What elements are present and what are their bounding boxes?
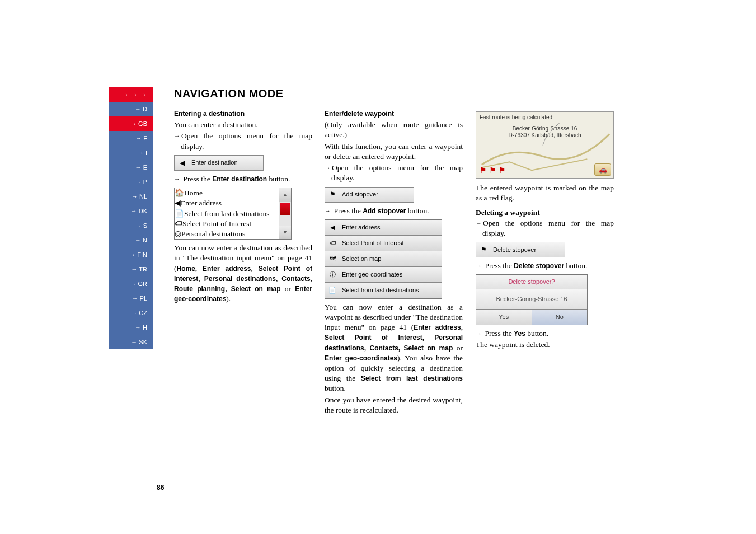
lang-nav-item[interactable]: → P — [109, 175, 153, 189]
menu-item-icon: ◀ — [327, 222, 337, 232]
lang-nav-item[interactable]: → S — [109, 218, 153, 233]
map-vehicle-button[interactable]: 🚗 — [594, 163, 611, 176]
flag-icon: ⚑ — [327, 190, 337, 200]
add-stopover-label: Add stopover — [342, 190, 378, 199]
menu-item-label: Select Point of Interest — [182, 219, 251, 228]
col2-text-3: Open the options menu for the map displa… — [325, 163, 463, 183]
col3-press-line-2: Press the Yes button. — [476, 329, 614, 339]
menu-item-label: Select Point of Interest — [342, 239, 404, 247]
dialog-no-button[interactable]: No — [532, 310, 588, 325]
add-stopover-button[interactable]: ⚑ Add stopover — [325, 187, 414, 203]
col2-heading: Enter/delete waypoint — [325, 109, 463, 118]
col1-heading: Entering a destination — [174, 109, 312, 118]
menu-item-label: Enter geo-coordinates — [342, 270, 402, 279]
menu-item-label: Select from last destinations — [184, 209, 270, 218]
col2-press-line: Press the Add stopover button. — [325, 206, 463, 216]
dialog-header: Delete stopover? — [476, 275, 587, 289]
nav-arrow-icon: ◀ — [177, 158, 187, 168]
menu-item-icon: 📄 — [327, 285, 337, 296]
delete-stopover-dialog: Delete stopover? Becker-Göring-Strasse 1… — [476, 274, 588, 325]
menu-item-icon: ◀ — [175, 199, 181, 207]
col3-text-2: Open the options menu for the map displa… — [476, 218, 614, 238]
col1-text-1: You can enter a destination. — [174, 120, 312, 130]
col2-text-5: Once you have entered the desired waypoi… — [325, 395, 463, 415]
scroll-up-icon[interactable]: ▲ — [279, 188, 291, 202]
menu-item-icon: 🏷 — [327, 238, 337, 248]
menu-item-label: Select on map — [342, 255, 381, 263]
menu-item[interactable]: ◎Personal destinations — [175, 229, 279, 239]
lang-nav-item[interactable]: → PL — [109, 291, 153, 306]
menu-item-label: Enter address — [342, 223, 380, 232]
menu-item-icon: 🏷 — [175, 219, 182, 228]
col3-press-line-1: Press the Delete stopover button. — [476, 261, 614, 271]
scroll-down-icon[interactable]: ▼ — [279, 226, 291, 239]
map-header: Fast route is being calculated: — [476, 112, 613, 123]
menu-item-icon: ◎ — [175, 229, 181, 238]
dialog-address: Becker-Göring-Strasse 16 — [476, 289, 587, 310]
dialog-yes-button[interactable]: Yes — [476, 310, 532, 325]
col1-press-line: Press the Enter destination button. — [174, 174, 312, 184]
menu-item-label: Enter address — [181, 199, 222, 207]
col1-menu-list[interactable]: 🏠Home◀Enter address📄Select from last des… — [174, 188, 292, 240]
col1-text-2: Open the options menu for the map displa… — [174, 131, 312, 151]
menu-item[interactable]: 🏷Select Point of Interest — [325, 236, 442, 251]
enter-destination-label: Enter destination — [191, 158, 238, 167]
menu-item[interactable]: 📄Select from last destinations — [175, 209, 279, 219]
col2-paragraph: You can now enter a destination as a way… — [325, 302, 463, 394]
arrows-header: →→→ — [109, 87, 153, 102]
page-number: 86 — [157, 484, 164, 491]
col3-text-5: The waypoint is deleted. — [476, 340, 614, 350]
lang-nav-item[interactable]: → DK — [109, 204, 153, 218]
menu-item[interactable]: ◀Enter address — [325, 220, 442, 236]
menu-item-label: Home — [184, 189, 203, 197]
menu-item-label: Select from last destinations — [342, 286, 419, 294]
map-address: Becker-Göring-Strasse 16D-76307 Karlsbad… — [476, 125, 613, 139]
lang-nav-item[interactable]: → N — [109, 233, 153, 247]
lang-nav-item[interactable]: → SK — [109, 335, 153, 349]
menu-item-icon: 🏠 — [175, 189, 184, 197]
col1-paragraph: You can now enter a destination as descr… — [174, 243, 312, 304]
delete-stopover-label: Delete stopover — [493, 246, 536, 254]
col2-menu-list[interactable]: ◀Enter address🏷Select Point of Interest🗺… — [325, 219, 442, 299]
col3-text-1: The entered waypoint is marked on the ma… — [476, 183, 614, 203]
lang-nav-item[interactable]: → NL — [109, 189, 153, 204]
menu-item-icon: 🗺 — [327, 254, 337, 264]
lang-nav-item[interactable]: → D — [109, 102, 153, 116]
lang-nav-item[interactable]: → E — [109, 160, 153, 175]
deleting-waypoint-heading: Deleting a waypoint — [476, 208, 614, 218]
col2-text-1: (Only available when route guidance is a… — [325, 120, 463, 140]
lang-nav-item[interactable]: → GB — [109, 116, 153, 131]
menu-item[interactable]: 🗺Select on map — [325, 251, 442, 267]
delete-stopover-button[interactable]: ⚑ Delete stopover — [476, 242, 565, 257]
page-title: NAVIGATION MODE — [174, 87, 284, 100]
menu-item-icon: ⓘ — [327, 269, 337, 279]
menu-item[interactable]: ◀Enter address — [175, 198, 279, 208]
route-calculation-map: Fast route is being calculated: Becker-G… — [476, 111, 614, 179]
lang-nav-item[interactable]: → FIN — [109, 247, 153, 262]
menu-item[interactable]: 📄Select from last destinations — [325, 283, 442, 298]
menu-item-icon: 📄 — [175, 209, 184, 218]
lang-nav-item[interactable]: → TR — [109, 262, 153, 277]
menu-item[interactable]: 🏷Select Point of Interest — [175, 219, 279, 229]
map-flags-icon: ⚑ ⚑ ⚑ — [480, 165, 506, 176]
delete-flag-icon: ⚑ — [478, 245, 489, 255]
lang-nav-item[interactable]: → F — [109, 131, 153, 146]
scroll-thumb[interactable] — [280, 203, 290, 215]
scrollbar[interactable]: ▲ ▼ — [279, 188, 291, 239]
menu-item-label: Personal destinations — [181, 229, 245, 238]
lang-nav-item[interactable]: → CZ — [109, 306, 153, 320]
col2-text-2: With this function, you can enter a wayp… — [325, 142, 463, 162]
lang-nav-item[interactable]: → H — [109, 320, 153, 335]
menu-item[interactable]: 🏠Home — [175, 188, 279, 198]
lang-nav-item[interactable]: → I — [109, 146, 153, 160]
menu-item[interactable]: ⓘEnter geo-coordinates — [325, 267, 442, 283]
lang-nav-item[interactable]: → GR — [109, 277, 153, 291]
enter-destination-button[interactable]: ◀ Enter destination — [174, 155, 264, 171]
